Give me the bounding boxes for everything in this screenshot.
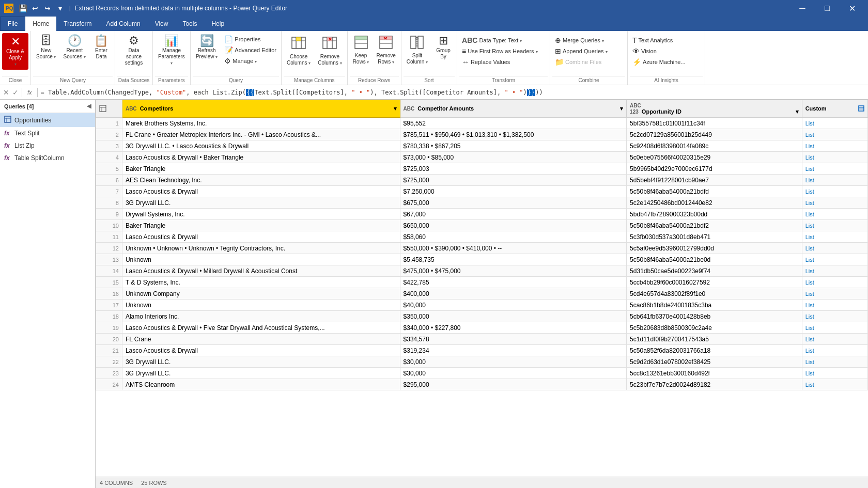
remove-rows-btn[interactable]: RemoveRows ▾: [374, 33, 399, 67]
group-by-btn[interactable]: ⊞ GroupBy: [432, 33, 455, 62]
table-row[interactable]: 2FL Crane • Greater Metroplex Interiors …: [96, 129, 868, 140]
competitor-amounts-cell: $295,000: [400, 379, 627, 390]
competitor-amounts-cell: $58,060: [400, 231, 627, 243]
use-first-row-btn[interactable]: ≡ Use First Row as Headers ▾: [459, 46, 540, 56]
competitors-filter-btn[interactable]: ▾: [394, 105, 397, 112]
col-header-competitors[interactable]: ABC Competitors ▾: [122, 100, 400, 118]
queries-collapse-btn[interactable]: ◀: [87, 103, 91, 109]
tab-home[interactable]: Home: [25, 17, 56, 31]
table-row[interactable]: 233G Drywall LLC.$30,0005cc8c13261ebb300…: [96, 368, 868, 379]
table-row[interactable]: 4Lasco Acoustics & Drywall • Baker Trian…: [96, 152, 868, 163]
table-row[interactable]: 6AES Clean Technology, Inc.$725,0005d5be…: [96, 175, 868, 186]
table-row[interactable]: 16Unknown Company$400,0005cd4e657d4a8300…: [96, 288, 868, 300]
table-row[interactable]: 1Marek Brothers Systems, Inc.$95,5525bf3…: [96, 118, 868, 129]
ribbon-group-close: ✕ Close &Apply ▾ Close: [0, 31, 31, 85]
formula-input[interactable]: = Table.AddColumn(ChangedType, "Custom",…: [41, 89, 865, 96]
table-row[interactable]: 24AMTS Cleanroom$295,0005c23bf7e7b7e2d00…: [96, 379, 868, 390]
enter-data-btn[interactable]: 📋 EnterData: [90, 33, 113, 62]
query-item-table-split[interactable]: fx Table SplitColumn: [0, 152, 95, 164]
split-column-btn[interactable]: SplitColumn ▾: [404, 33, 431, 67]
table-row[interactable]: 9Drywall Systems, Inc.$67,0005bdb47fb728…: [96, 209, 868, 220]
properties-btn[interactable]: 📄 Properties: [222, 34, 279, 44]
manage-parameters-label: ManageParameters ▾: [158, 48, 185, 66]
ribbon-group-ai-insights: T Text Analytics 👁 Vision ⚡ Azure Machin…: [628, 31, 705, 85]
competitor-amounts-filter-btn[interactable]: ▾: [620, 105, 623, 112]
save-qa-btn[interactable]: 💾: [18, 3, 28, 13]
table-row[interactable]: 5Baker Triangle$725,0035b9965b40d29e7000…: [96, 163, 868, 175]
custom-cell: List: [802, 163, 867, 175]
col-header-competitor-amounts[interactable]: ABC Competitor Amounts ▾: [400, 100, 627, 118]
ribbon-group-query-label: Query: [193, 76, 279, 85]
table-row[interactable]: 10Baker Triangle$650,0005c50b8f46aba5400…: [96, 220, 868, 231]
col-header-opportunity-id[interactable]: ABC123 Opportunity ID ▾: [627, 100, 802, 118]
tab-tools[interactable]: Tools: [175, 17, 204, 31]
query-item-opportunities[interactable]: Opportunities: [0, 113, 95, 127]
opportunity-id-filter-btn[interactable]: ▾: [796, 108, 799, 115]
tab-view[interactable]: View: [148, 17, 176, 31]
table-row[interactable]: 13Unknown$5,458,7355c50b8f46aba54000a21b…: [96, 254, 868, 265]
vision-btn[interactable]: 👁 Vision: [630, 46, 688, 56]
status-bar: 4 COLUMNS 25 ROWS: [96, 477, 868, 488]
table-row[interactable]: 14Lasco Acoustics & Drywall • Millard Dr…: [96, 265, 868, 277]
replace-values-icon: ↔: [462, 58, 469, 66]
table-row[interactable]: 223G Drywall LLC.$30,0005c9d2d63d1e07800…: [96, 356, 868, 368]
replace-values-btn[interactable]: ↔ Replace Values: [459, 57, 540, 67]
tab-help[interactable]: Help: [204, 17, 231, 31]
combine-files-btn[interactable]: 📁 Combine Files: [552, 57, 610, 67]
text-analytics-icon: T: [632, 36, 637, 44]
table-row[interactable]: 19Lasco Acoustics & Drywall • Five Star …: [96, 322, 868, 334]
data-table-wrap[interactable]: ABC Competitors ▾ ABC Competitor Amounts…: [96, 100, 868, 477]
azure-machine-btn[interactable]: ⚡ Azure Machine...: [630, 57, 688, 67]
tab-file[interactable]: File: [0, 17, 25, 31]
table-row[interactable]: 11Lasco Acoustics & Drywall$58,0605c3fb0…: [96, 231, 868, 243]
choose-columns-btn[interactable]: ChooseColumns ▾: [284, 33, 314, 68]
list-zip-fx-icon: fx: [4, 142, 11, 149]
recent-sources-btn[interactable]: 🕐 RecentSources ▾: [60, 33, 88, 62]
data-source-settings-btn[interactable]: ⚙ Data sourcesettings: [117, 33, 150, 68]
merge-queries-btn[interactable]: ⊕ Merge Queries ▾: [552, 35, 610, 45]
tab-add-column[interactable]: Add Column: [99, 17, 148, 31]
custom-filter-btn[interactable]: [858, 105, 864, 113]
manage-parameters-btn[interactable]: 📊 ManageParameters ▾: [155, 33, 188, 68]
table-row[interactable]: 83G Drywall LLC.$675,0005c2e14250486bd00…: [96, 197, 868, 209]
manage-btn[interactable]: ⚙ Manage ▾: [222, 56, 279, 66]
keep-rows-btn[interactable]: KeepRows ▾: [350, 33, 373, 67]
tab-transform[interactable]: Transform: [56, 17, 99, 31]
close-apply-btn[interactable]: ✕ Close &Apply ▾: [2, 33, 28, 70]
table-row[interactable]: 17Unknown$40,0005cac86b1b8de24001835c3ba…: [96, 300, 868, 311]
query-item-list-zip[interactable]: fx List Zip: [0, 139, 95, 152]
dropdown-qa-btn[interactable]: ▾: [55, 3, 65, 13]
status-rows: 25 ROWS: [141, 480, 167, 486]
formula-confirm-btn[interactable]: ✓: [12, 88, 19, 97]
ribbon-group-combine-label: Combine: [552, 76, 625, 85]
data-type-btn[interactable]: ABC Data Type: Text ▾: [459, 35, 540, 45]
maximize-btn[interactable]: □: [815, 0, 839, 17]
refresh-preview-btn[interactable]: 🔄 RefreshPreview ▾: [193, 33, 221, 62]
text-analytics-btn[interactable]: T Text Analytics: [630, 35, 688, 45]
table-row[interactable]: 21Lasco Acoustics & Drywall$319,2345c50a…: [96, 345, 868, 356]
table-row[interactable]: 7Lasco Acoustics & Drywall$7,250,0005c50…: [96, 186, 868, 197]
undo-qa-btn[interactable]: ↩: [30, 3, 40, 13]
close-btn[interactable]: ✕: [840, 0, 864, 17]
minimize-btn[interactable]: ─: [791, 0, 814, 17]
competitors-cell: AES Clean Technology, Inc.: [122, 175, 400, 186]
new-source-btn[interactable]: 🗄 NewSource ▾: [33, 33, 59, 62]
close-apply-dropdown: ▾: [14, 62, 17, 67]
table-row[interactable]: 15T & D Systems, Inc.$422,7855ccb4bb29f6…: [96, 277, 868, 288]
table-header-row: ABC Competitors ▾ ABC Competitor Amounts…: [96, 100, 868, 118]
redo-qa-btn[interactable]: ↪: [42, 3, 53, 13]
advanced-editor-btn[interactable]: 📝 Advanced Editor: [222, 45, 279, 55]
col-header-custom[interactable]: Custom: [802, 100, 867, 118]
table-row[interactable]: 12Unknown • Unknown • Unknown • Tegrity …: [96, 243, 868, 254]
query-item-text-split[interactable]: fx Text Split: [0, 127, 95, 139]
table-row[interactable]: 20FL Crane$334,5785c1d11df0f9b2700417543…: [96, 334, 868, 345]
ribbon-group-data-sources-label: Data Sources: [117, 76, 150, 85]
append-queries-btn[interactable]: ⊞ Append Queries ▾: [552, 46, 610, 56]
formula-cancel-btn[interactable]: ✕: [3, 88, 9, 97]
custom-cell: List: [802, 140, 867, 152]
table-row[interactable]: 33G Drywall LLC. • Lasco Acoustics & Dry…: [96, 140, 868, 152]
split-column-icon: [410, 35, 424, 52]
competitor-amounts-cell: $785,511 • $950,469 • $1,013,310 • $1,38…: [400, 129, 627, 140]
table-row[interactable]: 18Alamo Interiors Inc.$350,0005cb641fb63…: [96, 311, 868, 322]
remove-columns-btn[interactable]: RemoveColumns ▾: [315, 33, 345, 68]
